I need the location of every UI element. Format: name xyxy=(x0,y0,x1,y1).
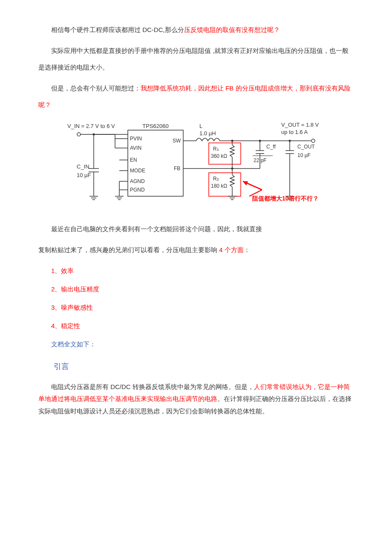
doc-full-label: 文档全文如下： xyxy=(38,336,354,352)
svg-text:V_OUT = 1.8 V: V_OUT = 1.8 V xyxy=(281,122,319,128)
para5-b: 4 个方面 xyxy=(219,246,244,253)
svg-text:PGND: PGND xyxy=(130,187,145,193)
svg-text:C_OUT: C_OUT xyxy=(297,144,315,150)
svg-text:SW: SW xyxy=(173,138,181,144)
svg-text:AVIN: AVIN xyxy=(130,145,141,151)
svg-text:FB: FB xyxy=(174,166,180,171)
svg-text:up to 1.6 A: up to 1.6 A xyxy=(281,129,308,135)
svg-text:180 kΩ: 180 kΩ xyxy=(211,183,227,189)
svg-text:MODE: MODE xyxy=(130,168,145,174)
para-3: 但是，总会有个别人可能想过：我想降低系统功耗，因此想让 FB 的分压电阻成倍增大… xyxy=(38,80,354,113)
para6-a: 电阻式分压器是所有 DC/DC 转换器反馈系统中最为常见的网络。但是， xyxy=(51,383,254,390)
para-4: 最近在自己电脑的文件夹看到有一个文档能回答这个问题，因此，我就直接 xyxy=(38,221,354,237)
svg-text:TPS62060: TPS62060 xyxy=(142,123,168,129)
svg-text:PVIN: PVIN xyxy=(130,136,142,142)
svg-text:10 µF: 10 µF xyxy=(77,172,91,178)
intro-heading: 引言 xyxy=(38,357,354,377)
para1-b: 压反馈电阻的取值有没有想过呢？ xyxy=(184,26,280,33)
list-item-2: 2、输出电压精度 xyxy=(38,281,354,297)
svg-text:1.0 µH: 1.0 µH xyxy=(199,130,216,137)
svg-text:C_ff: C_ff xyxy=(266,144,276,150)
para-1: 相信每个硬件工程师应该都用过 DC-DC,那么分压反馈电阻的取值有没有想过呢？ xyxy=(38,21,354,38)
list-item-4: 4、稳定性 xyxy=(38,317,354,334)
para-6: 电阻式分压器是所有 DC/DC 转换器反馈系统中最为常见的网络。但是，人们常常错… xyxy=(38,381,354,418)
para1-a: 相信每个硬件工程师应该都用过 DC-DC,那么分 xyxy=(51,26,184,33)
svg-text:R₁: R₁ xyxy=(213,146,219,152)
svg-text:阻值都增大10倍行不行？: 阻值都增大10倍行不行？ xyxy=(252,195,319,202)
svg-point-1 xyxy=(77,133,81,136)
list-item-1: 1、效率 xyxy=(38,262,354,279)
svg-text:V_IN = 2.7 V to 6 V: V_IN = 2.7 V to 6 V xyxy=(67,123,115,129)
para-5: 复制粘贴过来了，感兴趣的兄弟们可以看看，分压电阻主要影响 4 个方面： xyxy=(38,241,354,258)
svg-text:EN: EN xyxy=(130,157,137,163)
circuit-diagram: V_IN = 2.7 V to 6 V C_IN 10 µF TPS62060 … xyxy=(64,117,328,215)
svg-text:L: L xyxy=(199,123,202,129)
svg-text:22 pF: 22 pF xyxy=(254,157,267,163)
svg-text:360 kΩ: 360 kΩ xyxy=(211,153,227,159)
svg-point-36 xyxy=(311,139,315,142)
para5-a: 复制粘贴过来了，感兴趣的兄弟们可以看看，分压电阻主要影响 xyxy=(38,246,219,253)
para-2: 实际应用中大抵都是直接抄的手册中推荐的分压电阻阻值 ,就算没有正好对应输出电压的… xyxy=(38,42,354,76)
para3-a: 但是，总会有个别人可能想过： xyxy=(51,84,141,92)
svg-text:R₂: R₂ xyxy=(213,176,219,182)
svg-text:C_IN: C_IN xyxy=(77,163,89,170)
svg-text:10 µF: 10 µF xyxy=(297,152,311,158)
svg-text:AGND: AGND xyxy=(130,178,145,184)
para5-c: ： xyxy=(244,246,250,253)
list-item-3: 3、噪声敏感性 xyxy=(38,299,354,316)
